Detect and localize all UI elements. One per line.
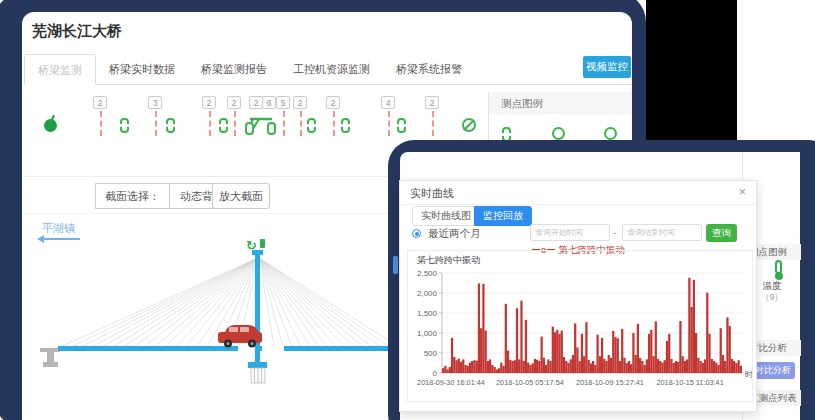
page: 芜湖长江大桥 桥梁监测桥梁实时数据桥梁监测报告工控机资源监测桥梁系统报警 视频监…	[0, 0, 815, 420]
sensor-dashed-line	[155, 111, 157, 136]
car	[218, 325, 262, 348]
sensor-row: 23222652242	[0, 0, 646, 160]
bridge-tower	[255, 254, 260, 365]
svg-text:2018-10-15 11:03:41: 2018-10-15 11:03:41	[656, 378, 723, 387]
chart-container: 第七跨跨中振动 05001,0001,5002,0002,5002018-09-…	[407, 250, 753, 402]
thermometer-icon	[775, 260, 782, 274]
sensor-count-badge: 6	[262, 96, 276, 109]
section-select-label: 截面选择：	[96, 184, 169, 208]
bridge-sensor-icon[interactable]	[245, 110, 277, 140]
query-start-time-input[interactable]	[530, 224, 610, 241]
svg-text:↻: ↻	[246, 238, 257, 253]
scroll-indicator[interactable]	[393, 256, 398, 274]
legend-sensor-icon	[604, 127, 617, 140]
abutment	[40, 348, 60, 352]
bridge-deck	[58, 346, 238, 351]
vibration-chart: 05001,0001,5002,0002,5002018-09-30 16:01…	[408, 265, 752, 399]
svg-text:2,000: 2,000	[417, 289, 438, 298]
sensor-dashed-line	[333, 111, 335, 136]
chain-sensor-icon[interactable]	[341, 118, 350, 133]
legend-panel-title: 测点图例	[501, 97, 543, 109]
query-end-time-input[interactable]	[622, 224, 702, 241]
sensor-count-badge: 5	[276, 96, 290, 109]
sensor-count-badge: 2	[93, 96, 107, 109]
desktop-backdrop	[646, 0, 737, 150]
sensor-count-badge: 2	[326, 96, 340, 109]
tab-realtime-curve[interactable]: 实时曲线图	[412, 206, 480, 226]
legend-panel-header: 测点图例	[489, 92, 632, 114]
radio-last-two-months[interactable]	[412, 229, 421, 238]
sensor-dashed-line	[100, 111, 102, 136]
svg-text:时间: 时间	[745, 370, 752, 379]
date-range-separator: -	[613, 227, 616, 238]
sensor-count-badge: 2	[425, 96, 439, 109]
enlarge-section-button[interactable]: 放大截面	[212, 183, 270, 209]
chain-sensor-icon[interactable]	[120, 118, 129, 133]
sensor-dashed-line	[209, 111, 211, 136]
radio-label: 最近两个月	[428, 227, 481, 241]
chain-sensor-icon[interactable]	[397, 118, 406, 133]
sensor-count-badge: 3	[148, 96, 162, 109]
svg-text:2018-09-30 16:01:44: 2018-09-30 16:01:44	[417, 378, 485, 387]
svg-text:1,500: 1,500	[417, 309, 438, 318]
legend-sensor-icon	[552, 127, 565, 140]
sensor-dashed-line	[432, 111, 434, 136]
svg-text:2,500: 2,500	[417, 269, 438, 278]
chain-sensor-icon[interactable]	[307, 118, 316, 133]
pier-cap	[248, 362, 267, 368]
dialog-header: 实时曲线 ×	[400, 181, 756, 205]
sensor-count-badge: 2	[227, 96, 241, 109]
disabled-sensor-icon[interactable]	[462, 118, 476, 132]
realtime-curve-dialog: 实时曲线 × 实时曲线图 监控回放 最近两个月 - 查询 第七跨跨中振动 第七跨…	[399, 180, 757, 412]
svg-text:500: 500	[424, 349, 438, 358]
sensor-count-badge: 2	[293, 96, 307, 109]
svg-text:0: 0	[433, 369, 438, 378]
chain-sensor-icon[interactable]	[166, 118, 175, 133]
svg-text:1,000: 1,000	[417, 329, 438, 338]
sensor-count-badge: 4	[381, 96, 395, 109]
query-button[interactable]: 查询	[706, 224, 737, 242]
sensor-count-badge: 2	[249, 96, 263, 109]
sensor-dashed-line	[388, 111, 390, 136]
sensor-dashed-line	[234, 111, 236, 136]
sensor-dashed-line	[283, 111, 285, 136]
close-icon[interactable]: ×	[738, 185, 746, 199]
sensor-dashed-line	[300, 111, 302, 136]
wind-sensor-icon[interactable]	[44, 119, 57, 132]
svg-text:2018-10-05 05:17:54: 2018-10-05 05:17:54	[496, 378, 564, 387]
dialog-title: 实时曲线	[410, 181, 454, 205]
compare-analysis-button[interactable]: 对比分析	[751, 362, 795, 379]
chain-sensor-icon[interactable]	[219, 118, 228, 133]
tab-monitor-playback[interactable]: 监控回放	[474, 206, 532, 226]
sensor-count-badge: 2	[202, 96, 216, 109]
svg-text:2018-10-09 15:27:41: 2018-10-09 15:27:41	[576, 378, 644, 387]
